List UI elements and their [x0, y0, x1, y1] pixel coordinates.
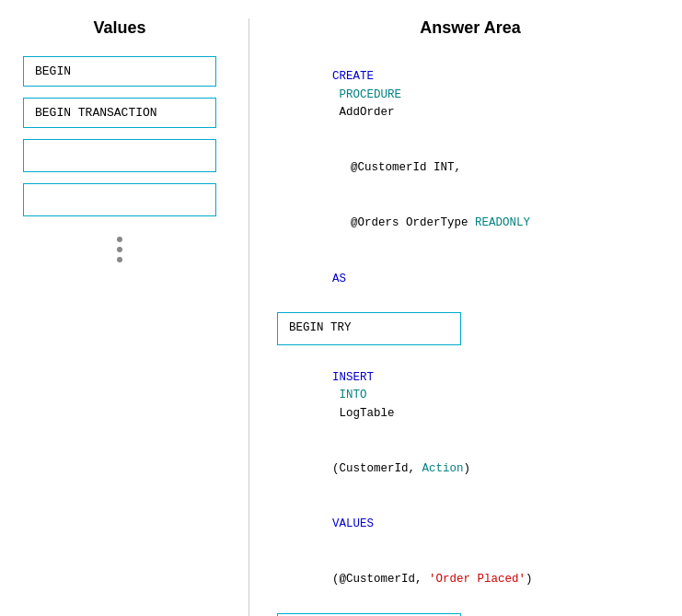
kw-procedure: PROCEDURE	[332, 88, 401, 101]
code-line-6: INSERT INTO LogTable	[277, 352, 664, 441]
answer-title: Answer Area	[277, 18, 664, 38]
drag-handle	[117, 237, 122, 262]
answer-box-begin-try[interactable]: BEGIN TRY	[277, 312, 461, 344]
values-title: Values	[93, 18, 145, 38]
code-line-8: VALUES	[277, 498, 664, 552]
value-box-begin-transaction[interactable]: BEGIN TRANSACTION	[23, 98, 216, 128]
code-line-1: CREATE PROCEDURE AddOrder	[277, 51, 664, 140]
code-line-3: @Orders OrderType READONLY	[277, 197, 664, 250]
code-line-7: (CustomerId, Action)	[277, 443, 664, 496]
drag-dot-2	[117, 247, 122, 252]
code-line-4: AS	[277, 252, 664, 306]
kw-create: CREATE	[332, 70, 374, 83]
values-panel: Values BEGIN BEGIN TRANSACTION	[0, 18, 239, 616]
code-procedure-name: AddOrder	[332, 106, 395, 119]
value-box-empty-1[interactable]	[23, 139, 216, 172]
value-box-begin[interactable]: BEGIN	[23, 56, 216, 87]
panel-divider	[249, 18, 249, 616]
drag-dot-3	[117, 257, 122, 262]
code-line-2: @CustomerId INT,	[277, 142, 664, 195]
drag-dot-1	[117, 237, 122, 242]
code-line-9: (@CustomerId, 'Order Placed')	[277, 553, 664, 607]
value-box-empty-2[interactable]	[23, 183, 216, 216]
code-area: CREATE PROCEDURE AddOrder @CustomerId IN…	[277, 51, 664, 616]
answer-panel: Answer Area CREATE PROCEDURE AddOrder @C…	[259, 18, 682, 616]
